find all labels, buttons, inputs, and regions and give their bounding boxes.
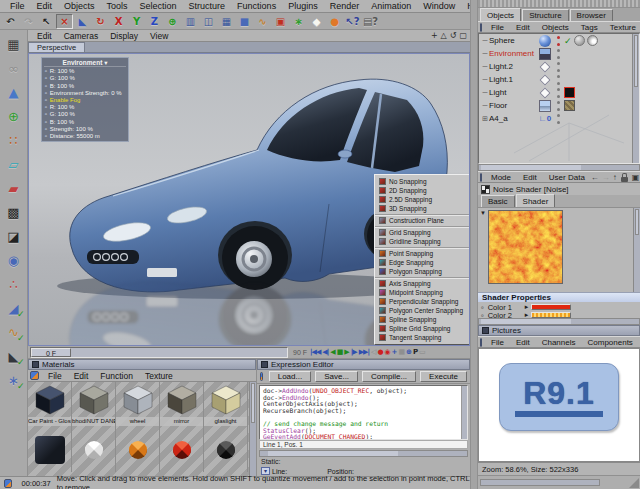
save-button[interactable]: Save... <box>315 371 358 382</box>
expand-arrow-icon[interactable]: ▸ <box>525 303 529 311</box>
hud-property[interactable]: ∘R: 100 % <box>44 68 126 75</box>
menu-item-texture[interactable]: Texture <box>604 23 640 32</box>
object-row-environment[interactable]: ─Environment <box>479 47 639 60</box>
menu-item-axis-snapping[interactable]: Axis Snapping <box>375 279 469 288</box>
menu-item-midpoint-snapping[interactable]: Midpoint Snapping <box>375 288 469 297</box>
hud-property[interactable]: ∘Enable Fog <box>44 97 126 104</box>
render-view-icon[interactable]: ▥ <box>182 14 199 29</box>
object-rings-icon[interactable]: ∞ <box>2 56 26 80</box>
menu-item-edge-snapping[interactable]: Edge Snapping <box>375 258 469 267</box>
hud-property[interactable]: ∘B: 100 % <box>44 119 126 126</box>
picture-viewer[interactable]: R9.1 <box>478 348 640 462</box>
panel-icon[interactable] <box>30 371 39 380</box>
menu-item-edit[interactable]: Edit <box>31 31 58 41</box>
add-camera-icon[interactable]: ● <box>326 14 343 29</box>
menu-item-display[interactable]: Display <box>104 31 144 41</box>
object-row-light-1[interactable]: ─Light.1 <box>479 73 639 86</box>
record-parameter-button[interactable]: P <box>413 348 417 356</box>
selection-help-icon[interactable]: ↖? <box>344 14 361 29</box>
menu-item-user-data[interactable]: User Data <box>543 173 591 182</box>
object-row-sphere[interactable]: ─Sphere✓ <box>479 34 639 47</box>
snap-settings-icon[interactable]: ∴ <box>2 272 26 296</box>
goto-start-button[interactable]: |◀◀ <box>310 348 320 356</box>
texture-mode-icon[interactable]: ▩ <box>2 200 26 224</box>
menu-item-gridline-snapping[interactable]: Gridline Snapping <box>375 237 469 246</box>
menu-item-point-snapping[interactable]: Point Snapping <box>375 249 469 258</box>
object-axis-mode-icon[interactable]: ⊕ <box>2 104 26 128</box>
render-settings-icon[interactable]: ▦ <box>218 14 235 29</box>
lock-z-axis-icon[interactable]: Z <box>146 14 163 29</box>
menu-item-2-5d-snapping[interactable]: 2.5D Snapping <box>375 195 469 204</box>
hud-property[interactable]: ∘G: 100 % <box>44 111 126 118</box>
menu-item-file[interactable]: File <box>42 371 68 381</box>
enable-points-icon[interactable]: ∗✓ <box>2 368 26 392</box>
execute-button[interactable]: Execute <box>420 371 467 382</box>
next-key-button[interactable]: |▶ <box>351 348 357 356</box>
expander-icon[interactable]: ⊞ <box>481 115 489 123</box>
material-wheel[interactable]: wheel <box>116 382 160 428</box>
panel-icon[interactable] <box>480 173 482 182</box>
materials-scrollbar[interactable] <box>249 382 256 476</box>
record-position-button[interactable]: + <box>392 348 397 356</box>
expand-arrow-icon[interactable]: ▸ <box>525 311 529 318</box>
render-region-icon[interactable]: ◫ <box>200 14 217 29</box>
autokey-button[interactable]: ◉ <box>384 348 389 356</box>
material-mirror[interactable]: mirror <box>160 382 204 428</box>
material-thumbnail[interactable] <box>28 428 72 472</box>
menu-item-objects[interactable]: Objects <box>536 23 575 32</box>
property-color-2[interactable]: ∘Color 2▸ <box>480 311 638 318</box>
menu-item-spline-grid-snapping[interactable]: Spline Grid Snapping <box>375 324 469 333</box>
tab-structure[interactable]: Structure <box>522 9 568 21</box>
code-hscrollbar[interactable] <box>259 450 468 457</box>
picture-hscrollbar[interactable] <box>480 479 600 486</box>
enable-lights-icon[interactable]: ◣✓ <box>2 344 26 368</box>
menu-item-construction-plane[interactable]: Construction Plane <box>375 216 469 225</box>
menu-item-tags[interactable]: Tags <box>575 23 604 32</box>
lock-icon[interactable] <box>620 172 629 182</box>
hud-property[interactable]: ∘Environment Strength: 0 % <box>44 90 126 97</box>
viewport-canvas[interactable]: Environment ▾ ∘R: 100 %∘G: 100 %∘B: 100 … <box>28 53 470 346</box>
menu-item-components[interactable]: Components <box>582 338 639 347</box>
object-tree-hscrollbar[interactable] <box>478 164 640 171</box>
menu-item-2d-snapping[interactable]: 2D Snapping <box>375 186 469 195</box>
live-selection-icon[interactable]: ↖ <box>38 14 55 29</box>
visibility-dots[interactable] <box>555 49 561 59</box>
visibility-dots[interactable] <box>555 75 561 85</box>
hud-property[interactable]: ∘R: 100 % <box>44 104 126 111</box>
menu-item-texture[interactable]: Texture <box>139 371 179 381</box>
menu-item-functions[interactable]: Functions <box>231 1 282 11</box>
add-deformer-icon[interactable]: ▣ <box>272 14 289 29</box>
material-thumbnail[interactable] <box>72 428 116 472</box>
material-bhodinut-danel[interactable]: bhodiNUT DANEL <box>72 382 116 428</box>
keyframe-selection-button[interactable]: ▭ <box>419 348 425 356</box>
menu-item-selection[interactable]: Selection <box>134 1 183 11</box>
visibility-dots[interactable] <box>555 62 561 72</box>
menu-item-objects[interactable]: Objects <box>58 1 101 11</box>
lock-y-axis-icon[interactable]: Y <box>128 14 145 29</box>
panel-splitter[interactable] <box>470 0 478 489</box>
object-row-light[interactable]: ─Light <box>479 86 639 99</box>
maximize-view-icon[interactable]: ▢ <box>459 31 467 40</box>
code-scrollbar[interactable] <box>461 386 467 439</box>
menu-item-tangent-snapping[interactable]: Tangent Snapping <box>375 333 469 342</box>
menu-item-file[interactable]: File <box>4 1 31 11</box>
prev-key-button[interactable]: ◀| <box>322 348 328 356</box>
menu-item-edit[interactable]: Edit <box>31 1 59 11</box>
phong-tag-icon[interactable] <box>574 35 585 46</box>
goto-end-button[interactable]: ▶▶| <box>359 348 369 356</box>
browser-help-icon[interactable]: ▤? <box>362 14 379 29</box>
undo-icon[interactable]: ↶ <box>2 14 19 29</box>
tab-browser[interactable]: Browser <box>570 9 613 21</box>
points-tag-icon[interactable] <box>587 35 598 46</box>
menu-item-polygon-snapping[interactable]: Polygon Snapping <box>375 267 469 276</box>
menu-item-plugins[interactable]: Plugins <box>282 1 324 11</box>
material-thumbnail[interactable] <box>160 428 204 472</box>
menu-item-edit[interactable]: Edit <box>517 173 543 182</box>
record-button[interactable]: ● <box>377 348 382 356</box>
texture-axis-mode-icon[interactable]: ◪ <box>2 224 26 248</box>
menu-item-tools[interactable]: Tools <box>101 1 134 11</box>
points-mode-icon[interactable]: ∷ <box>2 128 26 152</box>
menu-item-edit[interactable]: Edit <box>510 23 536 32</box>
color-1-swatch[interactable] <box>531 304 571 310</box>
collapse-arrow-icon[interactable]: ▼ <box>480 210 486 216</box>
